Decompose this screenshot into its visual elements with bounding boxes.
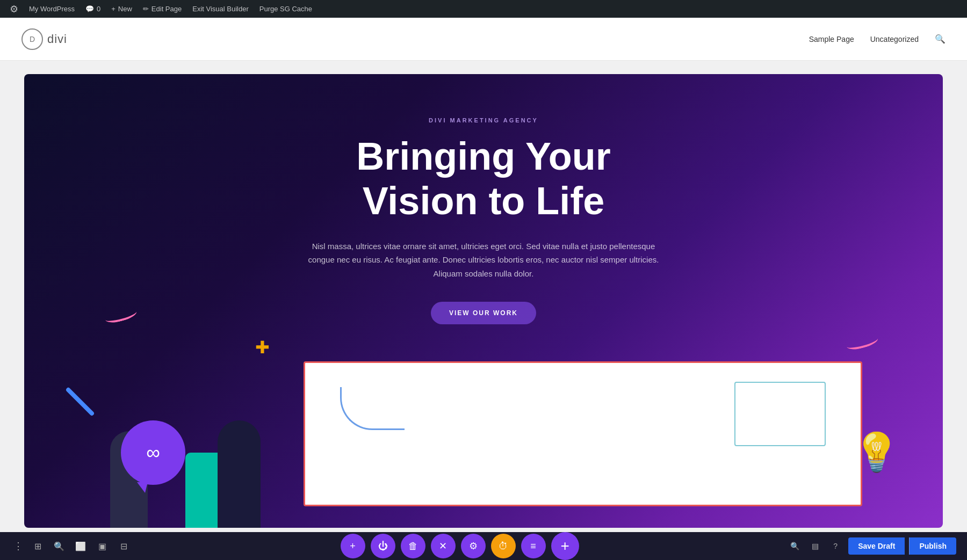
toolbar-dots-button[interactable]: ⋮ <box>11 536 26 556</box>
plus-icon: + <box>350 541 356 552</box>
toolbar-left: ⋮ ⊞ 🔍 ⬜ ▣ ⊟ <box>11 536 133 556</box>
power-button[interactable]: ⏻ <box>371 534 395 558</box>
hero-cta-button[interactable]: VIEW OUR WORK <box>431 302 536 324</box>
publish-button[interactable]: Publish <box>909 537 956 555</box>
speech-bubble: ∞ <box>121 420 185 485</box>
clock-icon: ⏱ <box>499 541 508 552</box>
new-item[interactable]: + New <box>106 0 138 18</box>
tablet-icon: ⬜ <box>75 541 86 551</box>
site-name-text: My WordPress <box>29 5 75 13</box>
sections-button[interactable]: ⊞ <box>28 536 47 556</box>
toolbar-right-icons: 🔍 ▤ ? <box>786 537 844 555</box>
exit-builder-label: Exit Visual Builder <box>192 5 249 13</box>
nav-sample-page[interactable]: Sample Page <box>809 35 854 43</box>
layout-icon-button[interactable]: ▤ <box>806 537 824 555</box>
purge-cache-label: Purge SG Cache <box>259 5 312 13</box>
settings-icon: ⊟ <box>120 541 127 551</box>
hero-description: Nisl massa, ultrices vitae ornare sit am… <box>306 239 661 281</box>
plus-large-icon: + <box>560 537 569 555</box>
search-right-icon: 🔍 <box>790 542 799 550</box>
site-name-item[interactable]: My WordPress <box>24 0 80 18</box>
sections-icon: ⊞ <box>34 541 41 551</box>
comments-item[interactable]: 💬 0 <box>80 0 106 18</box>
logo-letter: D <box>30 35 35 43</box>
add-section-button[interactable]: + <box>341 534 365 558</box>
exit-builder-item[interactable]: Exit Visual Builder <box>187 0 254 18</box>
wb-curve <box>340 387 405 430</box>
power-icon: ⏻ <box>378 541 388 552</box>
help-button[interactable]: ? <box>827 537 844 555</box>
bubble-icon: ∞ <box>146 441 160 464</box>
bottom-toolbar: ⋮ ⊞ 🔍 ⬜ ▣ ⊟ + ⏻ 🗑 ✕ ⚙ <box>0 532 967 560</box>
layout-icon: ▤ <box>812 542 819 550</box>
blue-diagonal-deco <box>65 387 95 416</box>
help-icon: ? <box>833 542 838 550</box>
save-draft-button[interactable]: Save Draft <box>848 537 905 555</box>
main-content: DIVI MARKETING AGENCY Bringing Your Visi… <box>0 61 967 560</box>
search-right-button[interactable]: 🔍 <box>786 537 803 555</box>
deco-wave-right <box>845 333 879 352</box>
hero-illustration: ∞ 💡 <box>24 356 943 528</box>
site-header: D divi Sample Page Uncategorized 🔍 <box>0 18 967 61</box>
trash-icon: 🗑 <box>408 541 418 552</box>
wb-rectangle <box>734 382 826 446</box>
toolbar-center: + ⏻ 🗑 ✕ ⚙ ⏱ ≡ + <box>341 532 579 560</box>
lightbulb-deco: 💡 <box>853 430 900 474</box>
deco-cross: ✚ <box>255 337 270 358</box>
logo-brand: divi <box>47 32 67 46</box>
delete-button[interactable]: 🗑 <box>401 534 425 558</box>
search-button[interactable]: 🔍 <box>49 536 69 556</box>
edit-page-label: Edit Page <box>151 5 182 13</box>
tablet-view-button[interactable]: ⬜ <box>71 536 90 556</box>
gear-icon: ⚙ <box>469 540 478 552</box>
site-nav: Sample Page Uncategorized 🔍 <box>809 34 946 44</box>
person-right-shape <box>218 420 261 528</box>
plus-icon: + <box>111 5 116 13</box>
comments-count: 0 <box>97 5 100 13</box>
admin-bar: ⚙ My WordPress 💬 0 + New ✏ Edit Page Exi… <box>0 0 967 18</box>
close-button[interactable]: ✕ <box>431 534 456 558</box>
hero-title: Bringing Your Vision to Life <box>295 134 672 223</box>
whiteboard-content <box>313 371 853 497</box>
toolbar-right: 🔍 ▤ ? Save Draft Publish <box>786 537 956 555</box>
logo-circle: D <box>21 28 43 50</box>
comment-icon: 💬 <box>85 5 94 13</box>
layout-button[interactable]: ≡ <box>521 534 546 558</box>
orange-button[interactable]: ⏱ <box>491 534 516 558</box>
hero-tag: DIVI MARKETING AGENCY <box>429 117 538 123</box>
whiteboard <box>304 361 862 506</box>
nav-uncategorized[interactable]: Uncategorized <box>870 35 919 43</box>
wireframe-button[interactable]: ▣ <box>92 536 112 556</box>
new-label: New <box>118 5 132 13</box>
wireframe-icon: ▣ <box>98 541 106 551</box>
edit-page-item[interactable]: ✏ Edit Page <box>138 0 187 18</box>
settings-button[interactable]: ⊟ <box>114 536 133 556</box>
purge-cache-item[interactable]: Purge SG Cache <box>254 0 317 18</box>
pencil-icon: ✏ <box>143 5 149 13</box>
wp-icon: ⚙ <box>10 3 18 15</box>
hero-section: DIVI MARKETING AGENCY Bringing Your Visi… <box>24 74 943 528</box>
search-icon-nav[interactable]: 🔍 <box>935 34 946 44</box>
wp-logo-item[interactable]: ⚙ <box>4 0 24 18</box>
bars-icon: ≡ <box>530 541 536 552</box>
deco-wave-left <box>104 307 138 325</box>
close-icon: ✕ <box>439 540 447 552</box>
site-logo[interactable]: D divi <box>21 28 67 50</box>
search-icon: 🔍 <box>54 541 64 551</box>
add-row-button[interactable]: + <box>551 532 579 560</box>
module-settings-button[interactable]: ⚙ <box>461 534 486 558</box>
